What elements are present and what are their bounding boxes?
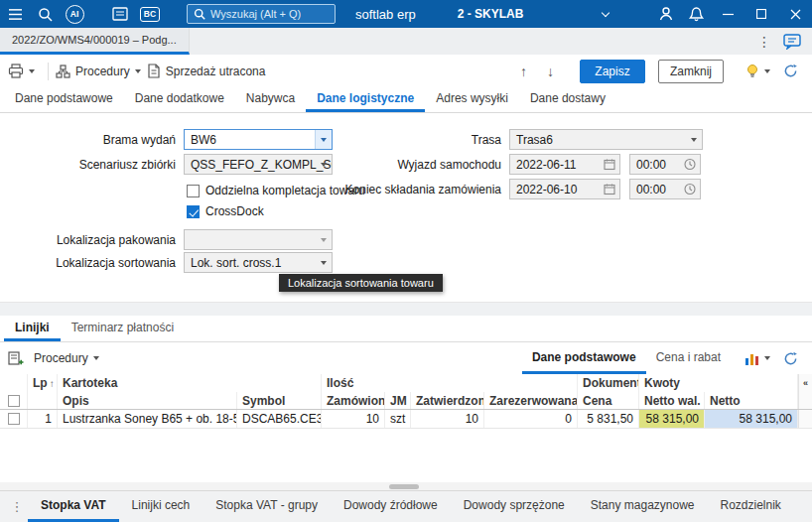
lost-sale-button[interactable]: Sprzedaż utracona (147, 64, 266, 78)
column-header-opis[interactable]: Opis (58, 392, 237, 409)
document-tab-title: 2022/ZO/WMS4/000019 – Podg... (12, 34, 177, 46)
logistics-form: Brama wydań BW6 Scenariusz zbiórki QSS_F… (0, 113, 812, 302)
tab-dane-dodatkowe[interactable]: Dane dodatkowe (124, 87, 235, 112)
brama-wydan-label: Brama wydań (0, 133, 184, 147)
user-button[interactable] (651, 0, 681, 28)
tab-stopka-vat-grupy[interactable]: Stopka VAT - grupy (203, 491, 331, 522)
cell-zarezerwowana: 0 (484, 410, 578, 428)
minimize-button[interactable] (711, 0, 744, 28)
crossdock-checkbox[interactable] (187, 205, 200, 218)
company-selector[interactable]: 2 - SKYLAB (448, 0, 618, 28)
group-header-kartoteka[interactable]: Kartoteka (58, 374, 322, 392)
tab-dane-podstawowe[interactable]: Dane podstawowe (4, 87, 124, 112)
tab-linijki-cech[interactable]: Linijki cech (119, 491, 203, 522)
koniec-time-field[interactable]: 00:00 (629, 179, 701, 199)
tab-dane-dostawy[interactable]: Dane dostawy (519, 87, 616, 112)
wyjazd-time-field[interactable]: 00:00 (629, 154, 701, 175)
previous-record-button[interactable]: ↑ (520, 64, 527, 79)
tab-dowody-zrodlowe[interactable]: Dowody źródłowe (331, 491, 451, 522)
group-header-ilosc[interactable]: Ilość (322, 374, 578, 392)
cell-jm: szt (385, 410, 411, 428)
horizontal-scrollbar[interactable] (0, 482, 812, 490)
bar-chart-icon (744, 351, 759, 365)
document-tab[interactable]: 2022/ZO/WMS4/000019 – Podg... (0, 28, 190, 55)
column-header-zarezerwowana[interactable]: Zarezerwowana (484, 392, 578, 409)
combo-dropdown-button[interactable] (315, 130, 332, 149)
hints-button[interactable] (745, 64, 770, 79)
brama-wydan-combobox[interactable]: BW6 (184, 129, 333, 150)
lokalizacja-pakowania-label: Lokalizacja pakowania (0, 233, 184, 247)
refresh-button[interactable] (783, 64, 798, 78)
maximize-button[interactable] (744, 0, 778, 28)
table-row[interactable]: 1 Lustrzanka Soney B65 + ob. 18-55 DSCAB… (0, 410, 812, 429)
column-header-netto-wal[interactable]: Netto wal. (639, 392, 705, 409)
cell-opis: Lustrzanka Soney B65 + ob. 18-55 (58, 410, 237, 428)
column-header-cena[interactable]: Cena (578, 392, 639, 409)
lokalizacja-sortowania-combobox[interactable]: Lok. sort. cross.1 (184, 252, 333, 273)
scrollbar-thumb[interactable] (389, 484, 419, 489)
add-line-button[interactable] (8, 351, 24, 366)
grid-scroll-strip[interactable]: « (798, 374, 812, 392)
caret-down-icon (135, 69, 141, 73)
lines-toolbar: Procedury Dane podstawowe Cena i rabat (0, 342, 812, 374)
brama-wydan-row: Brama wydań BW6 (0, 129, 333, 150)
tab-terminarz-platnosci[interactable]: Terminarz płatności (61, 316, 185, 341)
tab-dowody-sprzezone[interactable]: Dowody sprzężone (451, 491, 578, 522)
next-record-button[interactable]: ↓ (547, 64, 554, 79)
global-search-box[interactable] (187, 4, 336, 24)
close-button[interactable] (778, 0, 812, 28)
lines-procedures-button[interactable]: Procedury (34, 351, 99, 365)
procedures-icon (56, 65, 70, 78)
view-tab-dane-podstawowe[interactable]: Dane podstawowe (522, 342, 646, 374)
scenariusz-combobox[interactable]: QSS_FEFO_Z_KOMPL_SORT (184, 154, 333, 175)
row-checkbox[interactable] (8, 413, 20, 425)
crossdock-option[interactable]: CrossDock (187, 204, 264, 218)
group-header-kwoty[interactable]: Kwoty (639, 374, 798, 392)
print-button[interactable] (8, 64, 35, 78)
tab-stopka-vat[interactable]: Stopka VAT (28, 491, 119, 522)
close-document-button[interactable]: Zamknij (658, 60, 724, 83)
search-button[interactable] (30, 0, 60, 28)
comments-button[interactable] (778, 30, 806, 54)
more-options-button[interactable]: ⋮ (752, 34, 776, 50)
bc-module-button[interactable]: BC (135, 0, 165, 28)
grid-empty-area (0, 429, 812, 482)
grid-scroll-strip[interactable] (798, 392, 812, 409)
hamburger-menu-button[interactable] (0, 0, 30, 28)
bottom-tabs-more-button[interactable]: ⋮ (6, 491, 28, 522)
koniec-date-field[interactable]: 2022-06-10 (509, 179, 620, 199)
save-button[interactable]: Zapisz (580, 60, 645, 83)
group-header-dokument[interactable]: Dokument (578, 374, 639, 392)
select-all-checkbox[interactable] (8, 395, 20, 407)
column-header-lp[interactable]: Lp↑ (28, 374, 58, 392)
cell-netto-wal: 58 315,00 (639, 410, 705, 428)
notifications-button[interactable] (681, 0, 711, 28)
lines-refresh-button[interactable] (783, 351, 798, 366)
tab-dane-logistyczne[interactable]: Dane logistyczne (306, 87, 425, 112)
tab-nabywca[interactable]: Nabywca (235, 87, 306, 112)
trasa-combobox[interactable]: Trasa6 (509, 129, 703, 150)
global-search-input[interactable] (210, 8, 329, 20)
tab-adres-wysylki[interactable]: Adres wysyłki (425, 87, 519, 112)
tab-rozdzielnik[interactable]: Rozdzielnik (708, 491, 794, 522)
column-header-symbol[interactable]: Symbol (237, 392, 322, 409)
column-header-jm[interactable]: JM (385, 392, 411, 409)
view-tab-cena-i-rabat[interactable]: Cena i rabat (646, 342, 731, 374)
oddzielna-kompletacja-checkbox[interactable] (187, 185, 200, 197)
procedures-menu-button[interactable]: Procedury (56, 65, 141, 78)
lokalizacja-pakowania-combobox[interactable] (184, 229, 333, 250)
analysis-button[interactable] (744, 351, 770, 365)
ai-assistant-button[interactable]: AI (60, 0, 89, 28)
section-splitter[interactable] (0, 302, 812, 316)
column-header-netto[interactable]: Netto (705, 392, 798, 409)
grid-scroll-strip[interactable] (798, 410, 812, 428)
column-header-zamowiona[interactable]: Zamówiona (322, 392, 385, 409)
wyjazd-date-field[interactable]: 2022-06-11 (509, 154, 620, 175)
tab-stany-magazynowe[interactable]: Stany magazynowe (578, 491, 708, 522)
column-header-zatwierdzona[interactable]: Zatwierdzona (411, 392, 484, 409)
add-line-icon (8, 351, 24, 366)
printer-icon (8, 64, 24, 78)
panel-button[interactable] (105, 0, 135, 28)
main-toolbar: Procedury Sprzedaż utracona ↑ ↓ Zapisz Z… (0, 55, 812, 87)
tab-linijki[interactable]: Linijki (4, 316, 61, 341)
